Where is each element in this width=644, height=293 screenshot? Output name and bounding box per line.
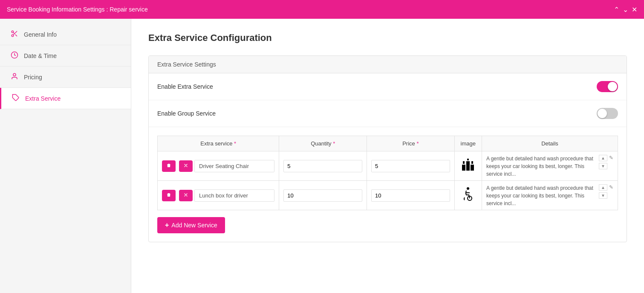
services-table: Extra service * Quantity * Price * image…: [157, 136, 618, 210]
actions-group-2: [162, 189, 274, 202]
col-price: Price *: [367, 136, 455, 151]
sidebar-item-date-time[interactable]: Date & Time: [0, 45, 131, 67]
required-star-price: *: [416, 140, 419, 147]
toggle-thumb-extra: [608, 82, 617, 91]
edit-details-2[interactable]: ✎: [609, 184, 613, 190]
sidebar-item-extra-service[interactable]: Extra Service: [0, 88, 131, 109]
quantity-cell-2: [279, 181, 367, 210]
enable-extra-service-label: Enable Extra Service: [157, 83, 213, 90]
required-star-service: *: [234, 140, 236, 147]
svg-rect-5: [471, 165, 474, 171]
sidebar-label-general-info: General Info: [24, 31, 57, 38]
price-input-1[interactable]: [371, 160, 450, 172]
details-controls-1: ▲ ▼: [599, 155, 607, 169]
enable-group-service-label: Enable Group Service: [157, 110, 216, 117]
actions-group-1: [162, 160, 274, 172]
scissors-icon: [10, 30, 19, 39]
sidebar-item-pricing[interactable]: Pricing: [0, 67, 131, 88]
cancel-button-1[interactable]: [179, 160, 193, 172]
svg-rect-3: [462, 165, 465, 171]
clock-icon: [10, 51, 19, 60]
col-extra-service: Extra service *: [158, 136, 279, 151]
x-icon-1: [183, 163, 188, 168]
page-title: Extra Service Configuration: [148, 32, 627, 44]
sidebar-item-general-info[interactable]: General Info: [0, 24, 131, 45]
delete-button-2[interactable]: [162, 190, 176, 201]
sidebar-label-date-time: Date & Time: [24, 52, 57, 59]
enable-group-service-toggle[interactable]: [597, 108, 618, 119]
table-row: A gentle but detailed hand wash procedur…: [158, 151, 618, 181]
svg-rect-7: [471, 161, 473, 164]
plus-icon: +: [165, 221, 169, 229]
scroll-up-2[interactable]: ▲: [599, 184, 607, 191]
quantity-cell-1: [279, 151, 367, 181]
title-bar-text: Service Booking Information Settings : R…: [7, 6, 148, 13]
enable-extra-service-toggle[interactable]: [597, 81, 618, 92]
close-icon[interactable]: ✕: [632, 6, 637, 14]
sidebar-label-pricing: Pricing: [24, 74, 42, 81]
image-cell-2: [454, 181, 482, 210]
details-controls-2: ▲ ▼: [599, 184, 607, 199]
title-bar-controls: ⌃ ⌄ ✕: [614, 6, 637, 14]
app-layout: General Info Date & Time Pricing: [0, 19, 644, 293]
quantity-input-2[interactable]: [283, 189, 362, 202]
toggle-thumb-group: [598, 109, 607, 118]
image-cell-1: [454, 151, 482, 181]
wheelchair-icon: [460, 191, 476, 204]
price-input-2[interactable]: [371, 189, 450, 202]
scroll-down-1[interactable]: ▼: [599, 163, 607, 169]
details-text-2: A gentle but detailed hand wash procedur…: [486, 184, 597, 206]
details-content-1: A gentle but detailed hand wash procedur…: [486, 155, 613, 177]
trash-icon: [166, 163, 171, 168]
extra-service-card: Extra Service Settings Enable Extra Serv…: [148, 55, 627, 242]
main-content: Extra Service Configuration Extra Servic…: [131, 19, 644, 293]
building-icon: [460, 157, 476, 172]
sidebar: General Info Date & Time Pricing: [0, 19, 131, 293]
details-content-2: A gentle but detailed hand wash procedur…: [486, 184, 613, 206]
col-image: image: [454, 136, 482, 151]
card-header: Extra Service Settings: [149, 56, 627, 73]
svg-point-9: [467, 187, 469, 190]
col-quantity: Quantity *: [279, 136, 367, 151]
services-table-wrapper: Extra service * Quantity * Price * image…: [149, 127, 627, 242]
wheelchair-svg: [460, 186, 476, 202]
cancel-button-2[interactable]: [179, 190, 193, 201]
svg-rect-6: [463, 161, 465, 164]
svg-rect-4: [466, 161, 470, 171]
user-icon: [10, 73, 19, 81]
service-actions-cell-1: [158, 151, 279, 181]
service-name-input-2[interactable]: [194, 189, 274, 202]
table-header-row: Extra service * Quantity * Price * image…: [158, 136, 618, 151]
chevron-up-icon[interactable]: ⌃: [614, 6, 619, 14]
service-actions-cell-2: [158, 181, 279, 210]
scroll-down-2[interactable]: ▼: [599, 192, 607, 199]
add-new-service-button[interactable]: + Add New Service: [157, 217, 225, 233]
details-cell-1: A gentle but detailed hand wash procedur…: [482, 151, 618, 181]
price-cell-2: [367, 181, 455, 210]
svg-rect-8: [467, 159, 469, 160]
service-name-input-1[interactable]: [194, 160, 274, 172]
trash-icon-2: [166, 192, 171, 197]
image-icon-1: [460, 162, 476, 175]
scroll-up-1[interactable]: ▲: [599, 155, 607, 161]
col-details: Details: [482, 136, 618, 151]
price-cell-1: [367, 151, 455, 181]
table-row: A gentle but detailed hand wash procedur…: [158, 181, 618, 210]
quantity-input-1[interactable]: [283, 160, 362, 172]
details-cell-2: A gentle but detailed hand wash procedur…: [482, 181, 618, 210]
enable-extra-service-row: Enable Extra Service: [149, 73, 627, 100]
x-icon-2: [183, 192, 188, 197]
title-bar: Service Booking Information Settings : R…: [0, 0, 644, 19]
tag-icon: [12, 94, 20, 103]
details-text-1: A gentle but detailed hand wash procedur…: [486, 155, 597, 177]
chevron-down-icon[interactable]: ⌄: [623, 6, 628, 14]
add-button-label: Add New Service: [171, 222, 217, 229]
delete-button-1[interactable]: [162, 160, 176, 172]
required-star-quantity: *: [333, 140, 335, 147]
edit-details-1[interactable]: ✎: [609, 155, 613, 161]
svg-point-1: [13, 73, 16, 76]
sidebar-label-extra-service: Extra Service: [25, 95, 61, 102]
enable-group-service-row: Enable Group Service: [149, 100, 627, 127]
